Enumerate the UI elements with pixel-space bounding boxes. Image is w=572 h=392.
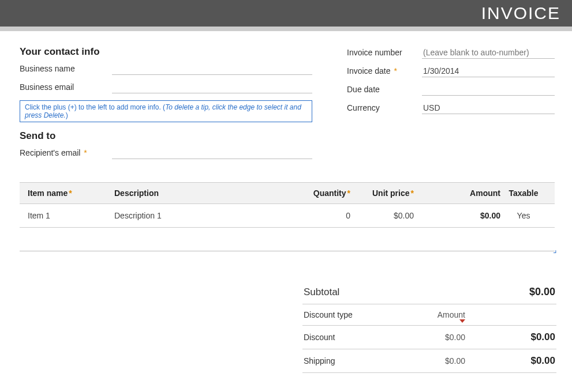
- cell-taxable[interactable]: Yes: [500, 211, 547, 220]
- tip-text-main: Click the plus (+) to the left to add mo…: [25, 103, 165, 111]
- invoice-number-input[interactable]: [422, 46, 555, 59]
- cell-unit[interactable]: $0.00: [350, 211, 414, 220]
- col-header-unit: Unit price*: [350, 189, 414, 198]
- shipping-row: Shipping $0.00 $0.00: [302, 349, 556, 373]
- shipping-label: Shipping: [304, 356, 402, 365]
- header-accent: [0, 27, 572, 31]
- currency-input[interactable]: [422, 101, 555, 114]
- cell-desc[interactable]: Description 1: [114, 211, 298, 220]
- business-name-row: Business name: [20, 62, 312, 75]
- recipient-email-label: Recipient's email *: [20, 148, 112, 157]
- cell-amount: $0.00: [414, 211, 500, 220]
- business-email-label: Business email: [20, 82, 112, 92]
- invoice-meta-section: Invoice number Invoice date * Due date C…: [347, 44, 555, 165]
- required-marker: *: [84, 148, 87, 157]
- table-header: Item name* Description Quantity* Unit pr…: [20, 182, 555, 204]
- contact-section: Your contact info Business name Business…: [20, 44, 312, 165]
- due-date-input[interactable]: [422, 83, 555, 96]
- cell-qty[interactable]: 0: [298, 211, 350, 220]
- col-header-taxable: Taxable: [500, 189, 547, 198]
- page-title: INVOICE: [481, 3, 560, 23]
- tip-callout[interactable]: Click the plus (+) to the left to add mo…: [20, 100, 312, 122]
- header-bar: INVOICE: [0, 0, 572, 27]
- business-name-label: Business name: [20, 64, 112, 73]
- invoice-date-input[interactable]: [422, 65, 555, 77]
- subtotal-value: $0.00: [465, 286, 555, 298]
- discount-input[interactable]: $0.00: [402, 333, 465, 342]
- shipping-value: $0.00: [465, 355, 555, 367]
- invoice-number-row: Invoice number: [347, 46, 555, 59]
- currency-label: Currency: [347, 103, 422, 112]
- summary-section: Subtotal $0.00 Discount type Amount Disc…: [302, 280, 556, 373]
- col-header-qty: Quantity*: [298, 189, 350, 198]
- tip-text-end: ): [66, 111, 68, 119]
- sendto-heading: Send to: [20, 130, 312, 142]
- due-date-row: Due date: [347, 83, 555, 96]
- recipient-email-row: Recipient's email *: [20, 146, 312, 159]
- col-header-amount: Amount: [414, 189, 500, 198]
- discount-type-value[interactable]: Amount: [402, 310, 465, 319]
- table-row[interactable]: Item 1 Description 1 0 $0.00 $0.00 Yes: [20, 204, 555, 228]
- content-area: Your contact info Business name Business…: [0, 31, 572, 373]
- shipping-input[interactable]: $0.00: [402, 356, 465, 365]
- subtotal-row: Subtotal $0.00: [302, 280, 556, 304]
- discount-type-row: Discount type Amount: [302, 304, 556, 326]
- invoice-number-label: Invoice number: [347, 48, 422, 57]
- col-header-desc: Description: [114, 189, 298, 198]
- due-date-label: Due date: [347, 85, 422, 94]
- currency-row: Currency: [347, 101, 555, 114]
- table-footer-rule: ⌟: [20, 251, 555, 251]
- business-name-input[interactable]: [112, 62, 312, 75]
- contact-heading: Your contact info: [20, 46, 312, 58]
- discount-type-label: Discount type: [304, 310, 402, 319]
- cell-name[interactable]: Item 1: [28, 211, 114, 220]
- recipient-email-input[interactable]: [112, 146, 312, 159]
- dropdown-marker-icon: [459, 319, 465, 323]
- business-email-row: Business email: [20, 81, 312, 93]
- required-marker: *: [394, 66, 397, 76]
- resize-handle-icon[interactable]: ⌟: [553, 245, 557, 254]
- invoice-date-row: Invoice date *: [347, 65, 555, 77]
- business-email-input[interactable]: [112, 81, 312, 93]
- invoice-date-label: Invoice date *: [347, 66, 422, 76]
- discount-value: $0.00: [465, 331, 555, 343]
- subtotal-label: Subtotal: [304, 287, 402, 298]
- top-columns: Your contact info Business name Business…: [20, 44, 555, 165]
- col-header-name: Item name*: [28, 189, 114, 198]
- discount-label: Discount: [304, 333, 402, 342]
- discount-row: Discount $0.00 $0.00: [302, 326, 556, 349]
- items-table: Item name* Description Quantity* Unit pr…: [20, 182, 555, 251]
